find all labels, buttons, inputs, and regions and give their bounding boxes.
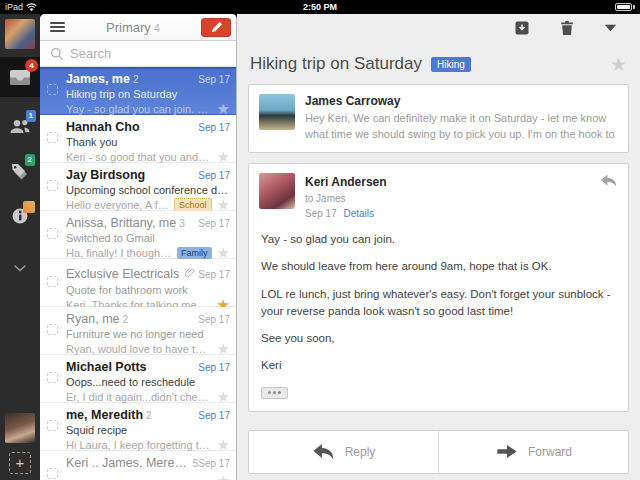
star-icon[interactable]: ★ [217,245,230,260]
sender-names: Michael Potts [66,360,147,374]
search-bar[interactable] [40,41,236,67]
thread-count: 2 [123,314,129,325]
list-item[interactable]: Ryan, me 2 Sep 17 Furniture we no longer… [40,307,236,355]
plus-icon: + [16,454,25,471]
list-item[interactable]: Jay Birdsong Sep 17 Upcoming school conf… [40,163,236,211]
message-expanded: Keri Andersen to James Sep 17 Details Ya… [248,163,629,412]
message-subject: Oops...need to reschedule [66,376,230,388]
list-item[interactable]: me, Meredith 2 Sep 17 Squid recipe Hi La… [40,403,236,451]
star-icon[interactable]: ★ [217,389,230,404]
row-checkbox[interactable] [47,132,58,143]
thread-count: 2 [133,74,139,85]
list-item[interactable]: Keri .. James, Meredith 5 Sep 17 ★ [40,451,236,480]
sender-names: Exclusive Electricals [66,267,179,281]
chevron-down-icon [604,24,617,32]
message-date: Sep 17 [198,458,230,469]
list-pane: Primary4 James, me 2 [40,14,237,480]
forward-label: Forward [528,445,572,459]
sidebar-item-inbox[interactable]: 4 [0,57,40,97]
message-subject: Hiking trip on Saturday [66,88,230,100]
message-collapsed[interactable]: James Carroway Hey Keri, We can definite… [248,84,629,153]
row-checkbox[interactable] [47,84,58,95]
mail-list: James, me 2 Sep 17 Hiking trip on Saturd… [40,67,236,480]
row-checkbox[interactable] [47,180,58,191]
reply-button[interactable]: Reply [249,431,438,473]
star-icon[interactable]: ★ [217,473,230,480]
quoted-text-toggle[interactable] [261,387,288,399]
list-item[interactable]: Anissa, Brittany, me 3 Sep 17 Switched t… [40,211,236,259]
message-subject: Switched to Gmail [66,232,230,244]
archive-icon [514,20,530,36]
sender-name: Keri Andersen [305,173,387,191]
rail-more[interactable] [0,249,40,287]
star-icon[interactable]: ★ [217,341,230,356]
sidebar-item-people[interactable]: 1 [0,107,40,145]
label-chip[interactable]: Family [177,247,212,259]
conversation-toolbar [248,14,629,41]
chevron-down-icon [14,265,26,272]
status-bar: iPad 2:50 PM [0,0,640,14]
row-checkbox[interactable] [47,324,58,335]
message-date: Sep 17 [198,170,230,181]
thread-count: 3 [179,218,185,229]
list-item[interactable]: James, me 2 Sep 17 Hiking trip on Saturd… [40,67,236,115]
list-header: Primary4 [40,14,236,41]
message-snippet: Ha, finally! I thought I was going to... [66,247,173,259]
secondary-account-avatar[interactable] [5,413,35,443]
list-title-count: 4 [154,22,160,34]
reply-button[interactable] [600,173,618,221]
labels-badge: 2 [25,154,35,166]
message-date: Sep 17 [198,269,230,280]
conversation-title: Hiking trip on Saturday [250,54,422,74]
star-icon[interactable]: ★ [610,55,627,74]
forward-icon [495,444,519,459]
add-account-button[interactable]: + [9,452,31,474]
details-link[interactable]: Details [343,208,374,219]
sidebar-item-labels[interactable]: 2 [0,152,40,190]
message-snippet: Keri - so good that you and Steve were a… [66,151,212,163]
action-bar: Reply Forward [248,430,629,474]
list-item[interactable]: Hannah Cho Sep 17 Thank you Keri - so go… [40,115,236,163]
list-item[interactable]: Michael Potts Sep 17 Oops...need to resc… [40,355,236,403]
unread-count-badge: 4 [25,59,38,72]
info-badge [23,201,35,213]
menu-button[interactable] [50,22,65,32]
forward-button[interactable]: Forward [438,431,628,473]
row-checkbox[interactable] [47,468,58,479]
sender-names: me, Meredith [66,408,143,422]
star-icon[interactable]: ★ [217,437,230,452]
star-icon[interactable]: ★ [217,149,230,164]
sidebar-item-info[interactable] [0,197,40,235]
row-checkbox[interactable] [47,228,58,239]
sender-avatar [259,94,295,130]
row-checkbox[interactable] [47,276,58,287]
people-badge: 1 [26,110,36,122]
message-date: Sep 17 [198,362,230,373]
delete-button[interactable] [560,20,574,36]
message-snippet: Hi Laura, I keep forgetting to ask you h… [66,439,212,451]
sender-names: Jay Birdsong [66,168,145,182]
status-time: 2:50 PM [0,2,640,12]
more-actions-button[interactable] [604,24,617,32]
message-subject: Furniture we no longer need [66,328,230,340]
message-date: Sep 17 [198,314,230,325]
star-icon[interactable]: ★ [217,101,230,116]
row-checkbox[interactable] [47,420,58,431]
star-icon[interactable]: ★ [217,197,230,212]
conversation-label-chip[interactable]: Hiking [431,57,471,72]
list-title: Primary4 [65,20,201,35]
sender-avatar [259,173,295,209]
message-body: Yay - so glad you can join. We should le… [259,231,618,399]
search-input[interactable] [70,46,210,61]
message-date: Sep 17 [198,218,230,229]
thread-count: 2 [146,410,152,421]
archive-button[interactable] [514,20,530,36]
row-checkbox[interactable] [47,372,58,383]
message-snippet: Er, I did it again...didn't check my cal… [66,391,212,403]
label-chip[interactable]: School [174,198,212,212]
compose-button[interactable] [201,18,231,37]
list-item[interactable]: Exclusive Electricals Sep 17 Quote for b… [40,259,236,307]
sender-names: James, me [66,72,130,86]
account-avatar[interactable] [5,19,35,49]
message-subject: Upcoming school conference dates [66,184,230,196]
